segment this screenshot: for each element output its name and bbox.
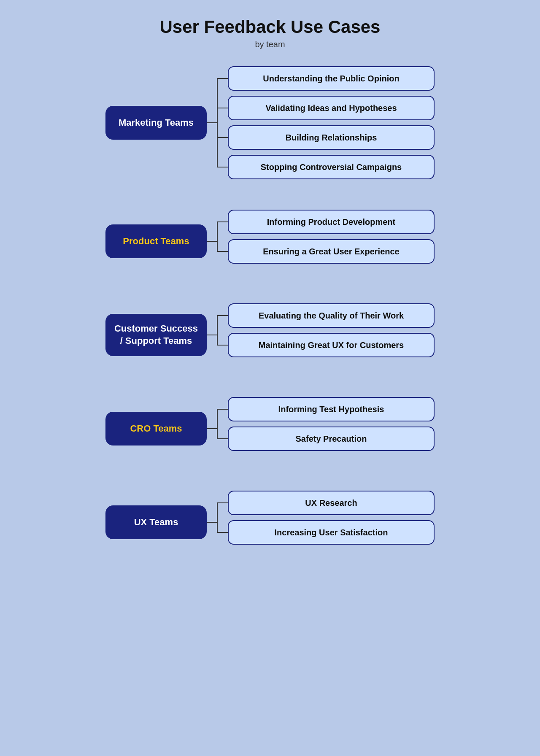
children-col-marketing: Understanding the Public OpinionValidati… [228,66,435,179]
team-row-product: Product TeamsInforming Product Developme… [105,210,435,273]
team-box-marketing: Marketing Teams [105,106,207,140]
child-label-marketing-2: Building Relationships [286,132,377,143]
child-label-product-0: Informing Product Development [267,216,395,227]
children-col-product: Informing Product DevelopmentEnsuring a … [228,210,435,264]
connector-ux [207,491,228,554]
team-box-customer-success: Customer Success / Support Teams [105,314,207,356]
child-label-cro-1: Safety Precaution [296,433,367,444]
children-col-ux: UX ResearchIncreasing User Satisfaction [228,491,435,545]
team-section-ux: UX TeamsUX ResearchIncreasing User Satis… [105,491,435,554]
team-row-marketing: Marketing TeamsUnderstanding the Public … [105,66,435,179]
children-col-cro: Informing Test HypothesisSafety Precauti… [228,397,435,451]
child-label-marketing-0: Understanding the Public Opinion [263,73,399,84]
team-row-customer-success: Customer Success / Support TeamsEvaluati… [105,303,435,367]
page-title: User Feedback Use Cases [160,17,381,37]
team-box-ux: UX Teams [105,505,207,539]
child-label-cro-0: Informing Test Hypothesis [278,404,384,415]
team-row-ux: UX TeamsUX ResearchIncreasing User Satis… [105,491,435,554]
connector-product [207,210,228,273]
child-box-ux-0: UX Research [228,491,435,515]
child-box-product-0: Informing Product Development [228,210,435,234]
team-box-cro: CRO Teams [105,412,207,446]
child-box-marketing-1: Validating Ideas and Hypotheses [228,96,435,120]
team-box-product: Product Teams [105,224,207,258]
child-box-customer-success-1: Maintaining Great UX for Customers [228,333,435,357]
child-label-ux-0: UX Research [305,497,357,508]
child-box-marketing-2: Building Relationships [228,125,435,150]
teams-container: Marketing TeamsUnderstanding the Public … [105,66,435,569]
child-box-marketing-3: Stopping Controversial Campaigns [228,155,435,179]
page-wrapper: User Feedback Use Cases by team Marketin… [105,17,435,569]
child-label-marketing-3: Stopping Controversial Campaigns [261,162,402,173]
team-row-cro: CRO TeamsInforming Test HypothesisSafety… [105,397,435,460]
bracket-svg-marketing [207,66,228,179]
team-label-marketing: Marketing Teams [119,117,194,129]
team-label-customer-success: Customer Success / Support Teams [112,323,200,347]
team-section-product: Product TeamsInforming Product Developme… [105,210,435,273]
child-label-product-1: Ensuring a Great User Experience [263,246,399,257]
team-section-marketing: Marketing TeamsUnderstanding the Public … [105,66,435,179]
child-box-product-1: Ensuring a Great User Experience [228,239,435,264]
children-col-customer-success: Evaluating the Quality of Their WorkMain… [228,303,435,357]
child-box-marketing-0: Understanding the Public Opinion [228,66,435,91]
bracket-svg-ux [207,491,228,554]
page-subtitle: by team [255,40,285,49]
team-label-ux: UX Teams [134,516,178,529]
child-label-ux-1: Increasing User Satisfaction [275,527,388,538]
child-box-cro-1: Safety Precaution [228,427,435,451]
child-box-cro-0: Informing Test Hypothesis [228,397,435,421]
team-section-customer-success: Customer Success / Support TeamsEvaluati… [105,303,435,367]
child-label-marketing-1: Validating Ideas and Hypotheses [265,103,397,113]
connector-customer-success [207,303,228,367]
child-box-ux-1: Increasing User Satisfaction [228,520,435,545]
connector-marketing [207,66,228,179]
child-label-customer-success-1: Maintaining Great UX for Customers [259,340,404,351]
connector-cro [207,397,228,460]
child-label-customer-success-0: Evaluating the Quality of Their Work [259,310,404,321]
team-label-product: Product Teams [123,235,189,248]
bracket-svg-product [207,210,228,273]
bracket-svg-customer-success [207,303,228,367]
team-section-cro: CRO TeamsInforming Test HypothesisSafety… [105,397,435,460]
bracket-svg-cro [207,397,228,460]
team-label-cro: CRO Teams [130,423,182,435]
child-box-customer-success-0: Evaluating the Quality of Their Work [228,303,435,328]
